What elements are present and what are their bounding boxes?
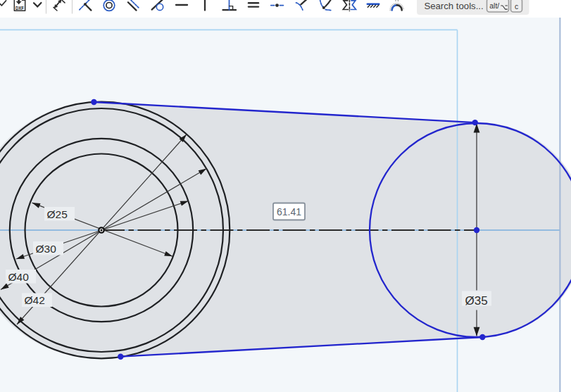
svg-text:61.41: 61.41 (277, 206, 301, 217)
svg-text:Ø30: Ø30 (36, 243, 57, 255)
svg-text:DXF: DXF (15, 6, 24, 11)
svg-text:alt/: alt/ (489, 2, 499, 10)
svg-text:Search tools...: Search tools... (424, 1, 483, 11)
svg-text:c: c (515, 3, 518, 11)
svg-text:Ø40: Ø40 (8, 271, 30, 283)
svg-text:Ø25: Ø25 (47, 208, 68, 220)
svg-text:Ø35: Ø35 (465, 294, 488, 308)
svg-text:Ø42: Ø42 (25, 294, 45, 306)
